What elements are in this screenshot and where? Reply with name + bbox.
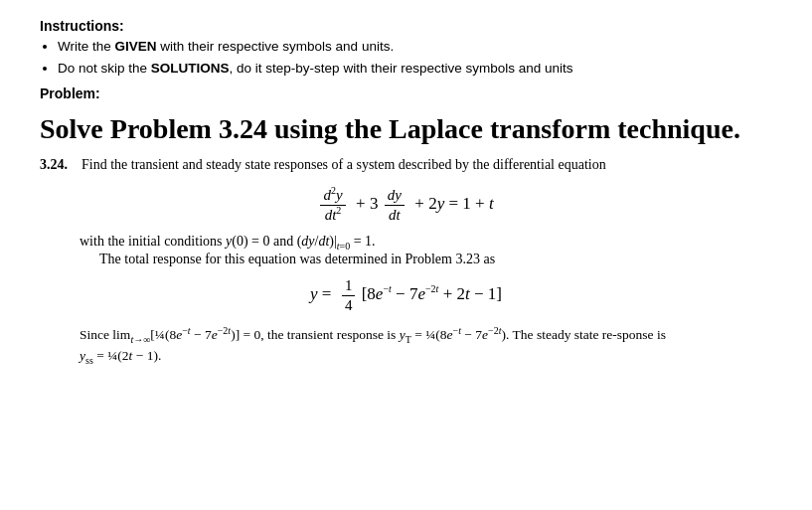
problem-description: Find the transient and steady state resp… <box>81 157 606 173</box>
instructions-label: Instructions: <box>40 18 124 34</box>
problem-number: 3.24. <box>40 157 81 173</box>
fraction-dy-dt: dy dt <box>385 187 405 224</box>
initial-conditions: with the initial conditions y(0) = 0 and… <box>80 234 772 250</box>
instruction-item-2: Do not skip the SOLUTIONS, do it step-by… <box>58 59 772 79</box>
main-title: Solve Problem 3.24 using the Laplace tra… <box>40 111 772 147</box>
total-response-text: The total response for this equation was… <box>99 252 772 267</box>
instruction-item-1: Write the GIVEN with their respective sy… <box>58 37 772 57</box>
instructions-section: Instructions: Write the GIVEN with their… <box>40 18 772 80</box>
problem-number-section: 3.24. Find the transient and steady stat… <box>40 157 772 173</box>
y-solution-equation: y = 1 4 [8e−t − 7e−2t + 2t − 1] <box>40 277 772 314</box>
differential-equation: d2y dt2 + 3 dy dt + 2y = 1 + t <box>40 187 772 224</box>
instructions-list: Write the GIVEN with their respective sy… <box>58 37 772 80</box>
fraction-1-4: 1 4 <box>342 277 356 314</box>
since-line: Since limt→∞[¼(8e−t − 7e−2t)] = 0, the t… <box>80 324 732 367</box>
fraction-d2y-dt2: d2y dt2 <box>320 187 345 224</box>
problem-label: Problem: <box>40 85 772 101</box>
